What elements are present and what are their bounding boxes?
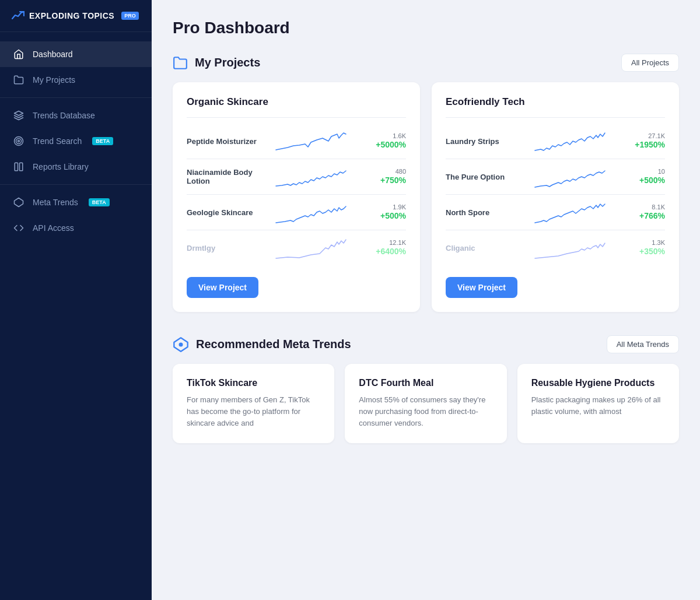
sidebar-item-label: Trends Database [33,111,95,120]
book-icon [13,161,24,173]
trend-count: 1.9K [365,203,406,210]
sidebar-item-api-access[interactable]: API Access [0,215,152,241]
logo-text: EXPLODING TOPICS [29,11,114,20]
project-card-organic-skincare: Organic Skincare Peptide Moisturizer 1.6… [173,82,420,312]
meta-trends-icon [173,336,189,353]
hexagon-icon [13,197,24,208]
trend-stats: 12.1K +6400% [365,239,406,257]
pro-badge: PRO [121,12,139,20]
trend-count: 1.3K [624,239,665,246]
trend-count: 8.1K [624,203,665,210]
trend-count: 12.1K [365,239,406,246]
beta-badge-trend-search: BETA [92,137,113,145]
trend-pct: +500% [639,176,665,185]
main-content: Pro Dashboard My Projects All Projects O… [152,0,700,600]
section-title-group: My Projects [173,55,260,71]
sidebar-nav: Dashboard My Projects Trends Database [0,32,152,600]
view-project-button-organic[interactable]: View Project [187,277,258,298]
trend-pct: +1950% [635,140,665,149]
meta-trends-title: Recommended Meta Trends [196,338,351,351]
trend-count: 27.1K [624,132,665,139]
trend-name: Laundry Strips [446,137,516,146]
trend-chart [522,201,618,224]
trend-stats: 480 +750% [365,168,406,185]
svg-point-8 [179,342,183,346]
trend-row: Niacinamide Body Lotion 480 +750% [187,159,406,195]
svg-marker-0 [15,111,23,116]
sidebar-item-my-projects[interactable]: My Projects [0,67,152,93]
trend-chart [262,201,359,224]
meta-card-title: Reusable Hygiene Products [531,378,665,388]
target-icon [13,135,24,147]
trend-pct: +500% [380,211,406,220]
meta-card-reusable-hygiene: Reusable Hygiene Products Plastic packag… [517,364,679,443]
trend-pct: +766% [639,211,665,220]
meta-card-title: DTC Fourth Meal [359,378,492,388]
svg-rect-5 [20,163,23,171]
sidebar-item-label: Dashboard [33,50,73,59]
trend-stats: 27.1K +1950% [624,132,665,150]
trend-row: Geologie Skincare 1.9K +500% [187,195,406,230]
section-title-group: Recommended Meta Trends [173,336,351,353]
trend-pct: +750% [380,176,406,185]
trend-name: Niacinamide Body Lotion [187,168,257,185]
sidebar-item-label: Reports Library [33,162,89,171]
my-projects-header: My Projects All Projects [173,54,679,72]
trend-name: Geologie Skincare [187,208,257,217]
sidebar-item-meta-trends[interactable]: Meta Trends BETA [0,190,152,215]
meta-card-text: For many members of Gen Z, TikTok has be… [187,394,320,429]
project-card-ecofriendly-tech: Ecofriendly Tech Laundry Strips 27.1K +1… [432,82,679,312]
meta-card-tiktok-skincare: TikTok Skincare For many members of Gen … [173,364,334,443]
sidebar-item-trends-database[interactable]: Trends Database [0,103,152,128]
trend-row: Peptide Moisturizer 1.6K +5000% [187,124,406,159]
trend-name-faded: Drmtlgy [187,244,257,252]
sidebar-item-label: My Projects [33,75,75,85]
trend-stats: 1.3K +350% [624,239,665,257]
trend-chart [262,165,359,188]
sidebar-item-label: Meta Trends [33,198,78,207]
trend-row: Drmtlgy 12.1K +6400% [187,230,406,265]
meta-card-dtc-fourth-meal: DTC Fourth Meal Almost 55% of consumers … [345,364,506,443]
trend-pct-faded: +350% [639,247,665,256]
trend-row: Laundry Strips 27.1K +1950% [446,124,665,159]
projects-section-icon [173,55,188,71]
trend-chart [522,236,618,259]
all-meta-trends-button[interactable]: All Meta Trends [607,335,679,353]
meta-card-text: Plastic packaging makes up 26% of all pl… [531,394,665,417]
sidebar-item-dashboard[interactable]: Dashboard [0,41,152,67]
code-icon [13,222,24,234]
folder-icon [13,74,24,86]
meta-trends-header: Recommended Meta Trends All Meta Trends [173,335,679,353]
trend-name: The Pure Option [446,173,516,181]
logo: EXPLODING TOPICS PRO [0,0,152,32]
trend-pct-faded: +6400% [376,247,406,256]
my-projects-title: My Projects [195,56,260,69]
project-card-title: Ecofriendly Tech [446,96,665,108]
page-title: Pro Dashboard [173,19,679,37]
sidebar: EXPLODING TOPICS PRO Dashboard My Projec… [0,0,152,600]
trend-count: 1.6K [365,132,406,139]
trend-stats: 1.6K +5000% [365,132,406,150]
trend-stats: 10 +500% [624,168,665,185]
trend-stats: 8.1K +766% [624,203,665,221]
view-project-button-ecofriendly[interactable]: View Project [446,277,517,298]
trend-count: 10 [624,168,665,175]
sidebar-item-label: Trend Search [33,136,82,146]
home-icon [13,48,24,60]
trend-chart [522,129,618,153]
trend-row: The Pure Option 10 +500% [446,159,665,195]
trend-chart [262,129,359,153]
svg-point-2 [16,139,22,144]
trend-name: North Spore [446,208,516,217]
trend-chart [262,236,359,259]
trend-stats: 1.9K +500% [365,203,406,221]
sidebar-item-label: API Access [33,223,74,233]
trend-row: North Spore 8.1K +766% [446,195,665,230]
all-projects-button[interactable]: All Projects [621,54,679,72]
logo-icon [12,10,24,21]
project-card-title: Organic Skincare [187,96,406,108]
sidebar-item-trend-search[interactable]: Trend Search BETA [0,128,152,154]
trend-chart [522,165,618,188]
sidebar-item-reports-library[interactable]: Reports Library [0,154,152,180]
svg-rect-4 [15,163,18,171]
